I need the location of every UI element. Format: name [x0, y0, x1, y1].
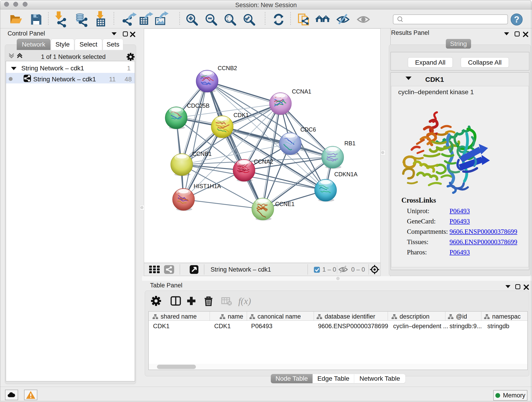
svg-text:CDC6: CDC6 [300, 126, 316, 133]
svg-text:0 – 0: 0 – 0 [351, 266, 365, 273]
svg-text:CCNB1: CCNB1 [192, 151, 212, 157]
svg-text:CCNB2: CCNB2 [218, 65, 237, 71]
svg-text:1 – 0: 1 – 0 [322, 266, 336, 273]
svg-text:CCNE1: CCNE1 [275, 201, 295, 207]
svg-text:CCNA2: CCNA2 [254, 158, 273, 165]
svg-text:HIST1H1A: HIST1H1A [194, 183, 221, 189]
svg-text:CDC25B: CDC25B [187, 102, 210, 109]
svg-text:String Network – cdk1: String Network – cdk1 [210, 266, 271, 273]
svg-text:f(x): f(x) [238, 296, 251, 306]
svg-text:RB1: RB1 [344, 140, 355, 147]
svg-text:CCNA1: CCNA1 [292, 88, 311, 95]
svg-text:CDK1: CDK1 [234, 112, 249, 118]
svg-text:CDKN1A: CDKN1A [334, 171, 358, 177]
svg-text:?: ? [514, 15, 519, 24]
